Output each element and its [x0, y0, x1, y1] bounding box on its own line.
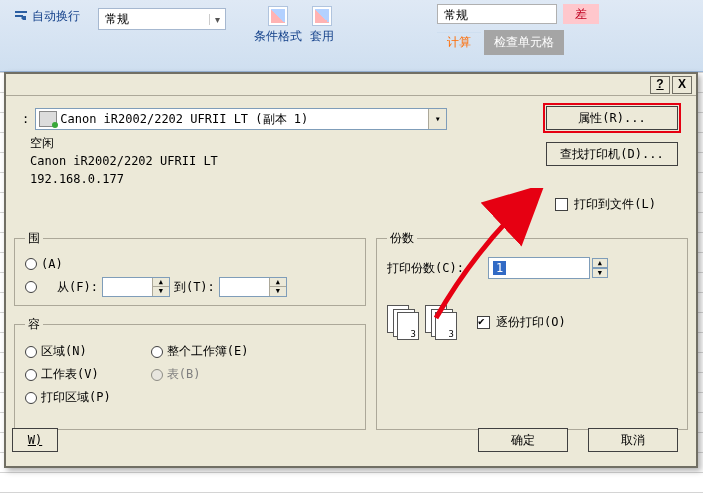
find-printer-button[interactable]: 查找打印机(D)...: [546, 142, 678, 166]
printer-label: :: [22, 108, 29, 130]
print-to-file-label: 打印到文件(L): [574, 196, 656, 213]
dialog-titlebar: ? X: [6, 74, 696, 96]
print-range-group: 围 (A) 从(F): ▲▼ 到(T): ▲▼: [14, 230, 366, 306]
number-format-combo[interactable]: 常规 ▾: [98, 8, 226, 30]
print-dialog: ? X : Canon iR2002/2202 UFRII LT (副本 1) …: [4, 72, 698, 468]
collate-icon-2: 123: [425, 305, 455, 339]
content-workbook-label: 整个工作簿(E): [167, 343, 249, 360]
spinner-down-icon[interactable]: ▼: [153, 287, 169, 296]
print-content-legend: 容: [25, 316, 43, 333]
copies-count-input[interactable]: 1: [488, 257, 590, 279]
table-style-button[interactable]: 套用: [306, 4, 338, 47]
properties-button[interactable]: 属性(R)...: [546, 106, 678, 130]
spinner-up-icon[interactable]: ▲: [153, 278, 169, 287]
printer-name-value: Canon iR2002/2202 UFRII LT (副本 1): [60, 111, 428, 128]
range-to-label: 到(T):: [174, 279, 215, 296]
ribbon: 自动换行 常规 ▾ 条件格式 套用 常规 差 计算 检查单元格: [0, 0, 703, 72]
collate-label: 逐份打印(O): [496, 314, 566, 331]
content-worksheets-label: 工作表(V): [41, 366, 99, 383]
spinner-up-icon[interactable]: ▲: [592, 258, 608, 268]
printer-info: 空闲 Canon iR2002/2202 UFRII LT 192.168.0.…: [30, 134, 218, 188]
spinner-up-icon[interactable]: ▲: [270, 278, 286, 287]
calc-label: 计算: [437, 32, 481, 51]
svg-rect-0: [15, 11, 27, 13]
content-workbook-radio[interactable]: [151, 346, 163, 358]
range-to-input[interactable]: ▲▼: [219, 277, 287, 297]
content-table-label: 表(B): [167, 366, 201, 383]
print-range-legend: 围: [25, 230, 43, 247]
cond-format-label: 条件格式: [254, 28, 302, 45]
collate-icon-1: 123: [387, 305, 417, 339]
cancel-button[interactable]: 取消: [588, 428, 678, 452]
cond-format-icon: [268, 6, 288, 26]
print-content-group: 容 区域(N) 工作表(V) 打印区域(P) 整个工作簿(E) 表(B): [14, 316, 366, 430]
table-style-icon: [312, 6, 332, 26]
printer-model: Canon iR2002/2202 UFRII LT: [30, 152, 218, 170]
conditional-format-button[interactable]: 条件格式: [250, 4, 306, 47]
dialog-help-button[interactable]: ?: [650, 76, 670, 94]
range-from-label: 从(F):: [57, 279, 98, 296]
content-printareas-radio[interactable]: [25, 392, 37, 404]
content-area-label: 区域(N): [41, 343, 87, 360]
svg-rect-1: [15, 15, 23, 17]
content-worksheets-radio[interactable]: [25, 369, 37, 381]
range-from-input[interactable]: ▲▼: [102, 277, 170, 297]
printer-select[interactable]: Canon iR2002/2202 UFRII LT (副本 1) ▾: [35, 108, 447, 130]
range-all-radio[interactable]: [25, 258, 37, 270]
cell-style-check[interactable]: 检查单元格: [484, 30, 564, 55]
content-area-radio[interactable]: [25, 346, 37, 358]
spinner-down-icon[interactable]: ▼: [592, 268, 608, 278]
content-printareas-label: 打印区域(P): [41, 389, 111, 406]
range-all-label: (A): [41, 257, 63, 271]
printer-status: 空闲: [30, 134, 218, 152]
dropdown-arrow-icon: ▾: [209, 14, 225, 25]
print-to-file-checkbox[interactable]: [555, 198, 568, 211]
collate-checkbox[interactable]: [477, 316, 490, 329]
number-format-value: 常规: [99, 11, 209, 28]
content-table-radio: [151, 369, 163, 381]
ok-button[interactable]: 确定: [478, 428, 568, 452]
cell-style-bad[interactable]: 差: [563, 4, 599, 24]
table-style-label: 套用: [310, 28, 334, 45]
printer-icon: [39, 111, 57, 127]
wrap-text-icon: [14, 10, 28, 24]
copies-count-value: 1: [493, 261, 506, 275]
spinner-down-icon[interactable]: ▼: [270, 287, 286, 296]
auto-wrap-label: 自动换行: [32, 8, 80, 25]
copies-count-label: 打印份数(C):: [387, 260, 464, 277]
dialog-close-button[interactable]: X: [672, 76, 692, 94]
copies-group: 份数 打印份数(C): 1 ▲▼ 123 123 逐份打印(O): [376, 230, 688, 430]
range-pages-radio[interactable]: [25, 281, 37, 293]
copies-legend: 份数: [387, 230, 417, 247]
dropdown-arrow-icon: ▾: [428, 109, 446, 129]
preview-button[interactable]: W): [12, 428, 58, 452]
cell-style-normal[interactable]: 常规: [437, 4, 557, 24]
auto-wrap-button[interactable]: 自动换行: [8, 6, 86, 27]
printer-ip: 192.168.0.177: [30, 170, 218, 188]
